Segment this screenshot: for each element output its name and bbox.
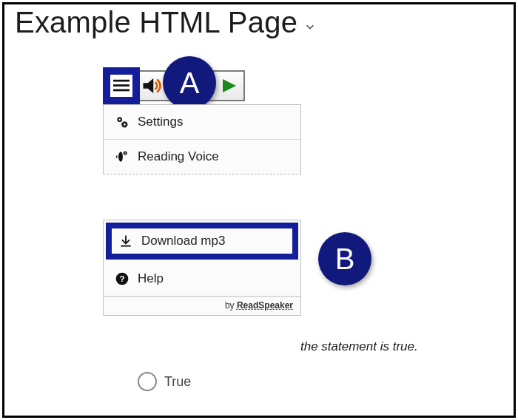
help-icon: ? bbox=[114, 271, 130, 287]
attribution: by ReadSpeaker bbox=[104, 297, 300, 315]
play-icon[interactable] bbox=[220, 77, 238, 95]
page-title: Example HTML Page bbox=[15, 6, 297, 39]
attribution-brand[interactable]: ReadSpeaker bbox=[237, 300, 293, 311]
download-icon bbox=[118, 233, 134, 249]
annotation-marker-b: B bbox=[318, 232, 371, 285]
menu-item-download-mp3[interactable]: Download mp3 bbox=[106, 223, 298, 260]
chevron-down-icon[interactable] bbox=[305, 21, 315, 32]
speaker-icon bbox=[141, 75, 164, 97]
menu-button[interactable] bbox=[103, 67, 140, 104]
gear-icon bbox=[114, 114, 130, 130]
menu-item-label: Help bbox=[138, 271, 164, 286]
svg-rect-0 bbox=[113, 80, 130, 82]
svg-rect-2 bbox=[113, 89, 130, 92]
menu-item-label: Download mp3 bbox=[141, 234, 225, 248]
menu-item-label: Settings bbox=[138, 115, 183, 129]
svg-point-10 bbox=[124, 152, 126, 154]
svg-point-8 bbox=[124, 123, 126, 126]
menu-icon bbox=[113, 79, 130, 92]
app-frame: Example HTML Page A bbox=[2, 2, 516, 418]
svg-marker-3 bbox=[144, 78, 154, 93]
annotation-marker-a: A bbox=[163, 56, 216, 109]
voice-icon bbox=[114, 149, 130, 165]
title-row: Example HTML Page bbox=[15, 6, 315, 39]
menu-panel-bottom: Download mp3 ? Help by ReadSpeaker bbox=[103, 220, 301, 316]
svg-marker-4 bbox=[223, 79, 236, 92]
svg-rect-1 bbox=[113, 84, 130, 87]
radio-icon bbox=[138, 372, 157, 391]
menu-item-settings[interactable]: Settings bbox=[104, 105, 300, 140]
svg-text:?: ? bbox=[119, 274, 124, 283]
menu-item-label: Reading Voice bbox=[138, 149, 219, 164]
background-text-fragment: the statement is true. bbox=[300, 339, 418, 354]
background-radio-true[interactable]: True bbox=[138, 372, 191, 391]
menu-item-help[interactable]: ? Help bbox=[104, 262, 300, 297]
menu-panel-top: Settings Reading Voice bbox=[103, 104, 301, 175]
radio-label: True bbox=[164, 374, 191, 390]
svg-point-6 bbox=[119, 119, 121, 121]
attribution-by: by bbox=[225, 300, 237, 311]
menu-item-reading-voice[interactable]: Reading Voice bbox=[104, 140, 300, 174]
